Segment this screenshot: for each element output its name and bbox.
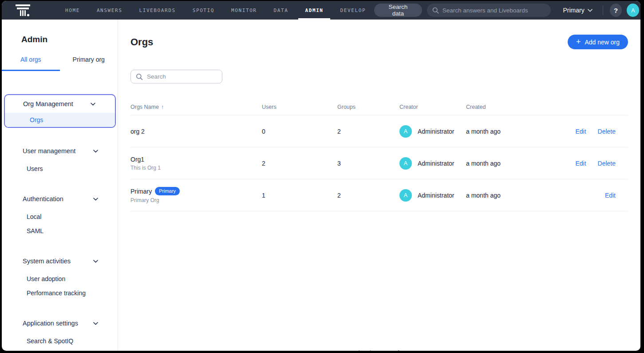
delete-link[interactable]: Delete	[598, 160, 616, 167]
nav-tab-spotiq[interactable]: SPOTIQ	[184, 1, 223, 20]
primary-badge: Primary	[155, 187, 180, 195]
plus-icon: +	[576, 38, 581, 46]
edit-link[interactable]: Edit	[605, 192, 616, 199]
orgs-table: Orgs Name ↑ Users Groups Creator Created…	[130, 99, 628, 211]
nav-tab-monitor[interactable]: MONITOR	[223, 1, 265, 20]
sidebar-section-authentication: Authentication Local SAML	[2, 192, 118, 238]
chevron-down-icon	[93, 260, 98, 263]
groups-count: 2	[337, 192, 399, 199]
column-header-created[interactable]: Created	[466, 104, 561, 110]
org-scope-tabs: All orgs Primary org	[2, 56, 118, 71]
section-header-user-management[interactable]: User management	[2, 144, 118, 158]
org-name: Primary	[130, 188, 152, 195]
edit-link[interactable]: Edit	[575, 128, 586, 135]
org-switcher-label: Primary	[563, 7, 584, 14]
creator-name: Administrator	[418, 192, 454, 199]
edit-link[interactable]: Edit	[575, 160, 586, 167]
users-count: 2	[262, 160, 337, 167]
thoughtspot-logo-icon[interactable]	[15, 4, 31, 17]
users-count: 1	[262, 192, 337, 199]
chevron-down-icon	[93, 150, 98, 153]
sidebar-item-users[interactable]: Users	[2, 162, 118, 176]
nav-tab-home[interactable]: HOME	[57, 1, 88, 20]
search-icon	[432, 7, 439, 14]
tab-primary-org[interactable]: Primary org	[60, 56, 118, 71]
org-management-highlight-box: Org Management Orgs	[4, 94, 116, 128]
screenshot-frame: HOME ANSWERS LIVEBOARDS SPOTIQ MONITOR D…	[0, 0, 644, 353]
groups-count: 3	[337, 160, 399, 167]
org-name: Org1	[130, 156, 144, 163]
section-label: System activities	[23, 258, 71, 265]
sidebar-section-application-settings: Application settings Search & SpotIQ	[2, 316, 118, 348]
chevron-down-icon	[93, 198, 98, 201]
creator-name: Administrator	[418, 160, 454, 167]
users-count: 0	[262, 128, 337, 135]
nav-tab-liveboards[interactable]: LIVEBOARDS	[130, 1, 184, 20]
created-time: a month ago	[466, 128, 561, 135]
creator-avatar: A	[399, 125, 412, 138]
sidebar-section-user-management: User management Users	[2, 144, 118, 176]
orgs-page: Orgs + Add new org Orgs Name ↑	[118, 20, 640, 351]
creator-name: Administrator	[418, 128, 454, 135]
sidebar-title: Admin	[21, 35, 118, 44]
column-header-creator[interactable]: Creator	[399, 104, 466, 110]
creator-avatar: A	[399, 157, 412, 170]
user-avatar[interactable]: A	[627, 4, 639, 17]
page-title: Orgs	[130, 36, 153, 48]
section-header-system-activities[interactable]: System activities	[2, 254, 118, 268]
section-header-application-settings[interactable]: Application settings	[2, 316, 118, 330]
table-row[interactable]: org 2 0 2 A Administrator a month ago Ed…	[130, 115, 628, 147]
global-search-bar[interactable]	[427, 4, 551, 17]
sidebar-item-saml[interactable]: SAML	[2, 224, 118, 238]
top-navigation-bar: HOME ANSWERS LIVEBOARDS SPOTIQ MONITOR D…	[2, 1, 640, 20]
nav-tab-data[interactable]: DATA	[265, 1, 297, 20]
admin-sidebar: Admin All orgs Primary org Org Managemen…	[2, 20, 118, 351]
column-header-orgs-name[interactable]: Orgs Name ↑	[130, 104, 262, 110]
chevron-down-icon	[588, 9, 593, 12]
sidebar-item-performance-tracking[interactable]: Performance tracking	[2, 286, 118, 300]
sidebar-item-local[interactable]: Local	[2, 210, 118, 224]
creator-avatar: A	[399, 189, 412, 202]
section-label: Org Management	[23, 100, 73, 107]
nav-divider	[603, 5, 603, 15]
thoughtspot-app: HOME ANSWERS LIVEBOARDS SPOTIQ MONITOR D…	[2, 1, 640, 351]
groups-count: 2	[337, 128, 399, 135]
nav-tab-answers[interactable]: ANSWERS	[88, 1, 131, 20]
section-header-authentication[interactable]: Authentication	[2, 192, 118, 206]
section-label: Authentication	[23, 195, 63, 202]
org-description: This is Org 1	[130, 165, 262, 171]
primary-nav: HOME ANSWERS LIVEBOARDS SPOTIQ MONITOR D…	[57, 1, 374, 20]
tab-all-orgs[interactable]: All orgs	[2, 56, 60, 71]
table-row[interactable]: Org1 This is Org 1 2 3 A Administrator a…	[130, 147, 628, 179]
orgs-search-box[interactable]	[130, 70, 222, 83]
global-search-input[interactable]	[443, 7, 546, 14]
org-description: Primary Org	[130, 197, 262, 203]
search-data-button[interactable]: Search data	[374, 4, 422, 17]
sort-ascending-icon[interactable]: ↑	[161, 104, 164, 110]
column-header-groups[interactable]: Groups	[337, 104, 399, 110]
org-name: org 2	[130, 128, 145, 135]
column-header-users[interactable]: Users	[262, 104, 337, 110]
help-button[interactable]: ?	[610, 4, 622, 17]
table-row[interactable]: Primary Primary Primary Org 1 2 A Admini…	[130, 179, 628, 211]
sidebar-item-search-spotiq[interactable]: Search & SpotIQ	[2, 334, 118, 348]
org-switcher-dropdown[interactable]: Primary	[556, 7, 596, 14]
section-label: User management	[23, 147, 75, 155]
orgs-search-input[interactable]	[147, 73, 217, 80]
table-header-row: Orgs Name ↑ Users Groups Creator Created	[130, 99, 628, 115]
add-new-org-button[interactable]: + Add new org	[568, 35, 628, 49]
section-label: Application settings	[23, 320, 78, 327]
nav-right-cluster: Search data Primary ? A	[374, 4, 639, 17]
delete-link[interactable]: Delete	[598, 128, 616, 135]
created-time: a month ago	[466, 192, 561, 199]
search-icon	[136, 73, 143, 80]
sidebar-item-user-adoption[interactable]: User adoption	[2, 272, 118, 286]
sidebar-item-orgs[interactable]: Orgs	[5, 113, 115, 127]
nav-tab-develop[interactable]: DEVELOP	[332, 1, 375, 20]
nav-tab-admin[interactable]: ADMIN	[296, 1, 332, 20]
created-time: a month ago	[466, 160, 561, 167]
pagination-summary: Showing 1 - 3 of 3	[118, 349, 640, 351]
add-new-org-label: Add new org	[585, 39, 620, 46]
sidebar-section-system-activities: System activities User adoption Performa…	[2, 254, 118, 300]
sidebar-section-org-management[interactable]: Org Management	[5, 95, 115, 113]
